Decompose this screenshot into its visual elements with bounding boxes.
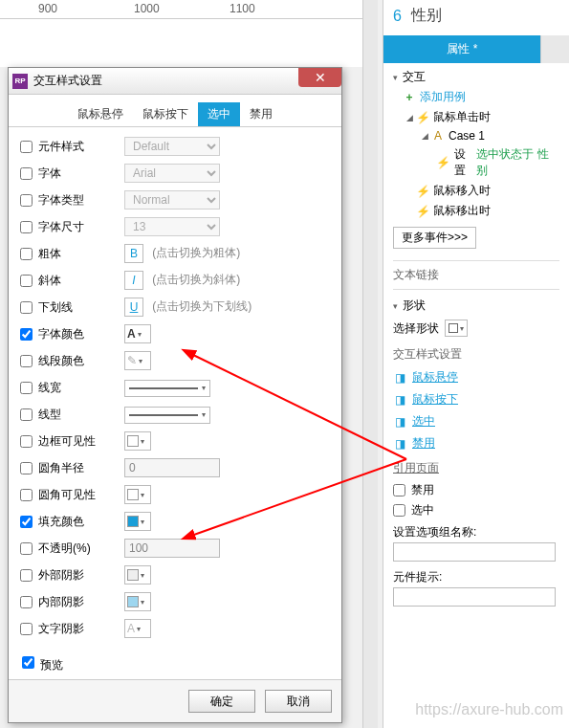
checkbox-widget-selected[interactable]	[393, 504, 405, 517]
checkbox-preview[interactable]	[22, 656, 34, 669]
cancel-button[interactable]: 取消	[265, 690, 332, 713]
outer-shadow-picker[interactable]: ▾	[124, 565, 151, 585]
dialog-titlebar[interactable]: RP 交互样式设置 ✕	[9, 68, 341, 95]
row-fill-color: 填充颜色 ▾	[18, 508, 332, 535]
input-opacity[interactable]	[124, 539, 220, 558]
dropdown-arrow-icon: ▾	[139, 357, 142, 365]
vertical-scrollbar[interactable]	[362, 0, 378, 728]
checkbox-font[interactable]	[20, 167, 33, 180]
checkbox-opacity[interactable]	[20, 542, 33, 555]
line-color-picker[interactable]: ✎ ▾	[124, 351, 151, 370]
ruler-mark: 1100	[230, 2, 255, 15]
section-toggle-interaction[interactable]: ▾ 交互	[393, 67, 559, 87]
corner-vis-picker[interactable]: ▾	[124, 485, 151, 504]
label-corner-radius: 圆角半径	[38, 460, 124, 476]
select-font-size[interactable]: 13	[124, 217, 220, 236]
ix-link-label: 禁用	[412, 435, 435, 452]
canvas-ruler: 900 1000 1100	[0, 0, 378, 19]
underline-toggle-icon[interactable]: U	[124, 298, 143, 317]
input-option-group[interactable]	[393, 542, 556, 562]
cursor-icon: ◨	[393, 416, 406, 428]
ix-link-mousedown[interactable]: ◨ 鼠标按下	[393, 388, 559, 410]
label-widget-disabled: 禁用	[411, 482, 434, 498]
label-widget-selected: 选中	[411, 502, 434, 518]
checkbox-widget-style[interactable]	[20, 141, 33, 153]
label-corner-vis: 圆角可见性	[38, 487, 124, 503]
tab-properties-label: 属性	[447, 42, 470, 55]
checkbox-font-color[interactable]	[20, 328, 33, 341]
select-shape-label: 选择形状	[393, 320, 439, 337]
shape-picker[interactable]: ▾	[445, 320, 468, 337]
select-font[interactable]: Arial	[124, 164, 220, 183]
inner-shadow-picker[interactable]: ▾	[124, 592, 151, 611]
checkbox-corner-vis[interactable]	[20, 489, 33, 501]
event-onclick[interactable]: ◢ ⚡ 鼠标单击时	[393, 107, 559, 127]
checkbox-line-style[interactable]	[20, 408, 33, 421]
label-inner-shadow: 内部阴影	[38, 594, 124, 610]
row-selected-check: 选中	[393, 500, 559, 520]
ix-link-selected[interactable]: ◨ 选中	[393, 410, 559, 432]
select-font-type[interactable]: Normal	[124, 190, 220, 210]
font-color-picker[interactable]: A ▾	[124, 324, 151, 343]
label-line-width: 线宽	[38, 380, 124, 396]
ix-link-hover[interactable]: ◨ 鼠标悬停	[393, 366, 559, 388]
checkbox-text-shadow[interactable]	[20, 623, 33, 635]
ix-style-label: 交互样式设置	[393, 346, 559, 363]
checkbox-corner-radius[interactable]	[20, 462, 33, 474]
text-shadow-picker[interactable]: A▾	[124, 619, 151, 638]
checkbox-fill-color[interactable]	[20, 516, 33, 528]
plus-icon: +	[403, 92, 416, 103]
star-icon: *	[473, 42, 478, 55]
action-row[interactable]: ⚡ 设置 选中状态于 性别	[393, 144, 559, 181]
checkbox-outer-shadow[interactable]	[20, 569, 33, 582]
ruler-mark: 1000	[134, 2, 160, 15]
bold-toggle-icon[interactable]: B	[124, 244, 143, 263]
checkbox-font-type[interactable]	[20, 194, 33, 207]
event-label: 鼠标移入时	[433, 183, 491, 199]
tab-selected[interactable]: 选中	[198, 102, 240, 126]
inspector-panel: 6 性别 属性* ▾ 交互 + 添加用例 ◢ ⚡ 鼠标单击时 ◢ A Case …	[383, 0, 569, 728]
dialog-title: 交互样式设置	[33, 73, 102, 89]
row-font-size: 字体尺寸 13	[18, 213, 332, 240]
canvas-area[interactable]	[0, 19, 378, 67]
checkbox-font-size[interactable]	[20, 221, 33, 233]
add-case-button[interactable]: + 添加用例	[393, 87, 559, 107]
tab-properties[interactable]: 属性*	[383, 35, 540, 63]
close-button[interactable]: ✕	[298, 68, 341, 87]
checkbox-border-vis[interactable]	[20, 435, 33, 448]
checkbox-widget-disabled[interactable]	[393, 484, 405, 496]
dropdown-arrow-icon: ▾	[141, 518, 144, 526]
event-mouseenter[interactable]: ⚡ 鼠标移入时	[393, 181, 559, 201]
checkbox-bold[interactable]	[20, 248, 33, 260]
checkbox-underline[interactable]	[20, 301, 33, 314]
select-widget-style[interactable]: Default	[124, 137, 220, 156]
line-width-picker[interactable]: ▾	[124, 380, 210, 397]
checkbox-line-color[interactable]	[20, 355, 33, 367]
checkbox-inner-shadow[interactable]	[20, 596, 33, 608]
input-corner-radius[interactable]	[124, 458, 220, 477]
checkbox-italic[interactable]	[20, 275, 33, 287]
hint-italic: (点击切换为斜体)	[152, 273, 240, 286]
tab-other[interactable]	[540, 35, 569, 63]
case-row[interactable]: ◢ A Case 1	[393, 127, 559, 144]
tab-disabled[interactable]: 禁用	[240, 102, 282, 126]
more-events-button[interactable]: 更多事件>>>	[393, 227, 476, 249]
tab-hover[interactable]: 鼠标悬停	[68, 102, 133, 126]
event-mouseleave[interactable]: ⚡ 鼠标移出时	[393, 201, 559, 221]
label-italic: 斜体	[38, 273, 124, 289]
input-tooltip[interactable]	[393, 587, 556, 607]
border-vis-picker[interactable]: ▾	[124, 431, 151, 451]
section-toggle-shape[interactable]: ▾ 形状	[393, 296, 559, 316]
checkbox-line-width[interactable]	[20, 382, 33, 394]
fill-color-picker[interactable]: ▾	[124, 512, 151, 531]
line-style-picker[interactable]: ▾	[124, 407, 210, 424]
tab-mousedown[interactable]: 鼠标按下	[133, 102, 198, 126]
label-outer-shadow: 外部阴影	[38, 567, 124, 584]
italic-toggle-icon[interactable]: I	[124, 271, 143, 290]
ref-page-link[interactable]: 引用页面	[393, 460, 559, 476]
ok-button[interactable]: 确定	[188, 690, 255, 713]
cursor-icon: ◨	[393, 372, 406, 384]
row-italic: 斜体 I (点击切换为斜体)	[18, 267, 332, 294]
ix-link-disabled[interactable]: ◨ 禁用	[393, 432, 559, 454]
chevron-down-icon: ◢	[422, 131, 431, 141]
